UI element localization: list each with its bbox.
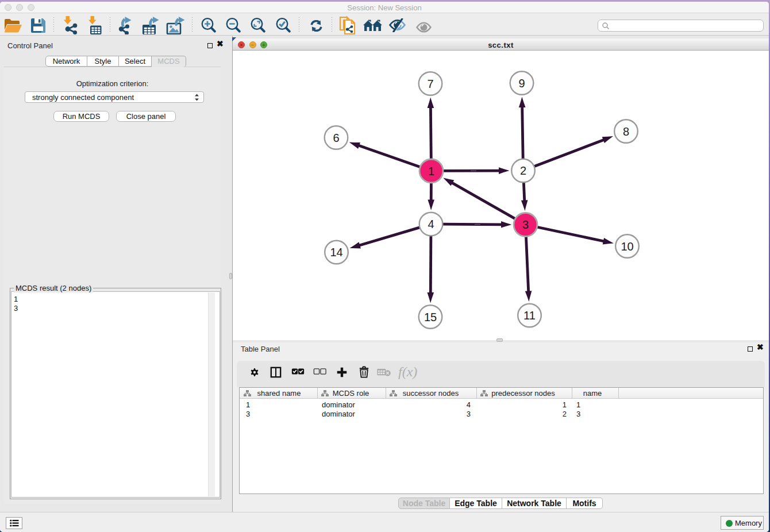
svg-text:2: 2 (520, 164, 526, 177)
svg-text:9: 9 (518, 77, 525, 90)
svg-text:3: 3 (522, 218, 529, 231)
svg-text:7: 7 (427, 78, 433, 90)
svg-text:10: 10 (621, 240, 633, 253)
svg-text:1: 1 (428, 165, 434, 178)
svg-text:15: 15 (424, 311, 437, 323)
svg-text:8: 8 (623, 125, 629, 138)
svg-text:4: 4 (428, 218, 434, 230)
svg-text:11: 11 (523, 309, 536, 322)
svg-text:14: 14 (330, 246, 342, 259)
svg-text:6: 6 (333, 132, 339, 144)
